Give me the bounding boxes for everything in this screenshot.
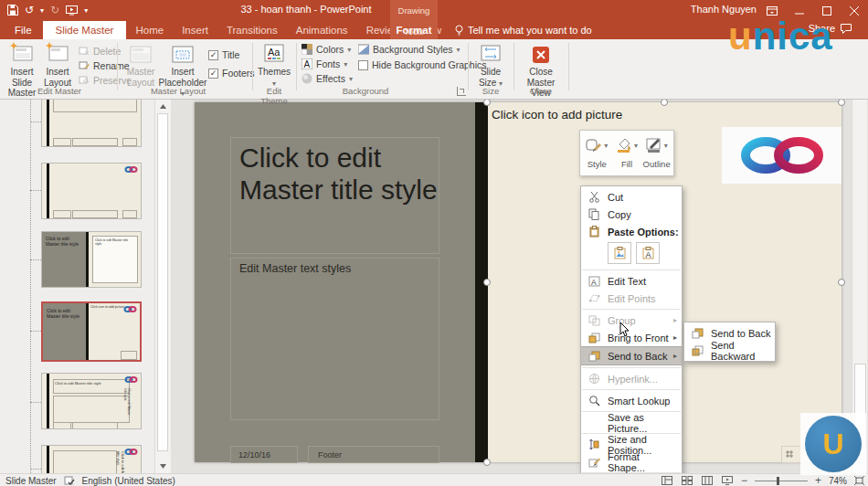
master-title-placeholder[interactable]: Click to edit Master title style xyxy=(230,137,439,254)
fonts-button[interactable]: A Fonts ▾ xyxy=(302,58,347,70)
selection-handle[interactable] xyxy=(838,279,845,286)
date-placeholder[interactable]: 12/10/16 xyxy=(230,446,298,463)
size-and-position-icon xyxy=(585,438,603,452)
group-label-background: Background xyxy=(329,86,402,96)
selection-handle[interactable] xyxy=(838,99,845,106)
status-language[interactable]: English (United States) xyxy=(82,476,175,486)
tab-transitions[interactable]: Transitions xyxy=(217,21,287,39)
tab-slide-master[interactable]: Slide Master xyxy=(43,21,127,39)
chevron-down-icon: ▾ xyxy=(664,142,668,150)
thumbnail-layout-1[interactable]: Click to edit Master title style xyxy=(41,99,142,147)
submenu-item-send-backward[interactable]: Send Backward xyxy=(684,342,775,359)
insert-layout-button[interactable]: Insert Layout xyxy=(40,42,75,88)
menu-item-save-as-picture[interactable]: Save as Picture... xyxy=(581,414,682,431)
undo-icon[interactable]: ↺ xyxy=(25,3,34,17)
master-text-placeholder[interactable]: Edit Master text styles xyxy=(230,258,439,420)
send-backward-icon xyxy=(688,343,706,358)
customize-qat-icon[interactable]: ▾ xyxy=(84,6,88,15)
paste-text-icon: A xyxy=(642,247,654,259)
background-styles-button[interactable]: Background Styles ▾ xyxy=(358,43,460,56)
thumbnail-scrollbar[interactable] xyxy=(154,99,171,473)
paste-keep-picture-button[interactable] xyxy=(608,242,631,264)
background-dialog-launcher-icon[interactable] xyxy=(457,87,466,96)
chevron-down-icon: ▾ xyxy=(604,142,608,150)
thumbnail-layout-5[interactable]: Click to edit Master title style Click t… xyxy=(41,373,142,429)
tab-insert[interactable]: Insert xyxy=(173,21,217,39)
style-button[interactable]: ▾ Style xyxy=(582,134,611,174)
footers-checkbox[interactable]: ✓ Footers xyxy=(208,67,255,79)
scroll-down-icon[interactable] xyxy=(157,460,168,471)
comments-icon[interactable] xyxy=(841,24,852,34)
fill-button[interactable]: ▾ Fill xyxy=(612,134,641,174)
selection-handle[interactable] xyxy=(661,99,668,106)
chevron-down-icon: ▾ xyxy=(344,60,347,69)
insert-placeholder-icon xyxy=(172,42,194,64)
date-text: 12/10/16 xyxy=(238,450,270,460)
slide-sorter-view-icon[interactable] xyxy=(681,476,693,485)
edit-points-label: Edit Points xyxy=(608,293,656,304)
checkbox-checked-icon[interactable]: ✓ xyxy=(208,69,218,79)
tell-me-box[interactable]: Tell me what you want to do xyxy=(455,21,592,39)
menu-item-edit-text[interactable]: A Edit Text xyxy=(581,272,682,290)
themes-button[interactable]: Aa Themes▾ xyxy=(256,42,292,88)
fit-to-window-icon[interactable] xyxy=(854,476,864,485)
undo-chevron-icon[interactable]: ▾ xyxy=(40,6,44,15)
normal-view-icon[interactable] xyxy=(661,476,673,485)
menu-item-smart-lookup[interactable]: Smart Lookup xyxy=(581,392,682,409)
thumbnail-layout-3[interactable]: Click to edit Master title style Click t… xyxy=(41,231,142,288)
menu-item-cut[interactable]: Cut xyxy=(581,188,682,206)
checkbox-checked-icon[interactable]: ✓ xyxy=(208,50,218,60)
thumbnail-scrollbar-thumb[interactable] xyxy=(157,113,168,451)
user-name[interactable]: Thanh Nguyen xyxy=(691,4,757,15)
thumbnail-layout-6[interactable]: Click to edit Master title style xyxy=(41,445,142,473)
slide-canvas[interactable]: Click to edit Master title style Edit Ma… xyxy=(195,102,842,462)
fill-label: Fill xyxy=(621,159,632,169)
infinity-logo-image[interactable] xyxy=(722,127,842,184)
effects-button[interactable]: Effects ▾ xyxy=(302,72,353,85)
reading-view-icon[interactable] xyxy=(701,476,714,485)
tab-home[interactable]: Home xyxy=(126,21,173,39)
outline-button[interactable]: ▾ Outline xyxy=(642,134,672,174)
unica-u: u xyxy=(728,15,753,58)
colors-button[interactable]: Colors ▾ xyxy=(302,43,351,56)
paste-keep-text-only-button[interactable]: A xyxy=(636,242,660,264)
copy-icon xyxy=(585,207,603,222)
thumbnail-layout-2[interactable] xyxy=(41,163,142,219)
zoom-out-button[interactable]: − xyxy=(741,474,747,486)
selection-handle[interactable] xyxy=(483,279,491,286)
thumb-title-text: Click to edit Master title style xyxy=(55,382,128,386)
send-to-back-label: Send to Back xyxy=(608,351,667,362)
tab-animations[interactable]: Animations xyxy=(287,21,357,39)
zoom-slider[interactable] xyxy=(755,481,808,481)
selection-handle[interactable] xyxy=(483,99,491,106)
group-label-edit-theme: Edit Theme xyxy=(253,86,295,106)
scroll-up-icon[interactable] xyxy=(157,100,168,111)
thumbnail-layout-4-selected[interactable]: Click to edit Master title style Click i… xyxy=(41,301,142,362)
start-slideshow-icon[interactable] xyxy=(66,5,78,16)
slideshow-view-icon[interactable] xyxy=(721,476,734,485)
footer-placeholder[interactable]: Footer xyxy=(308,446,439,463)
zoom-percentage[interactable]: 74% xyxy=(829,476,847,486)
menu-item-bring-to-front[interactable]: Bring to Front ▸ xyxy=(581,329,682,346)
zoom-in-button[interactable]: + xyxy=(815,474,821,486)
hierarchy-stub xyxy=(30,469,41,470)
slide-size-button[interactable]: Slide Size ▾ xyxy=(471,42,510,88)
colors-label: Colors xyxy=(316,44,344,55)
checkbox-unchecked-icon[interactable] xyxy=(358,60,368,70)
thumb-title-text: Click to edit Master title style xyxy=(47,308,81,319)
zoom-slider-thumb[interactable] xyxy=(777,477,779,485)
slide-number-icon xyxy=(786,450,793,458)
spell-check-icon[interactable] xyxy=(64,476,75,486)
tab-file[interactable]: File xyxy=(4,21,43,39)
selection-handle[interactable] xyxy=(483,459,491,466)
hierarchy-stub xyxy=(30,190,41,191)
menu-item-format-shape[interactable]: Format Shape... xyxy=(581,453,682,470)
menu-item-send-to-back[interactable]: Send to Back ▸ xyxy=(581,346,682,365)
tell-me-label: Tell me what you want to do xyxy=(468,25,592,36)
title-checkbox[interactable]: ✓ Title xyxy=(208,48,239,61)
hierarchy-stub xyxy=(30,122,41,122)
paste-icon xyxy=(585,225,603,239)
save-icon[interactable] xyxy=(7,5,18,16)
close-button[interactable] xyxy=(841,0,868,21)
menu-item-copy[interactable]: Copy xyxy=(581,206,682,223)
